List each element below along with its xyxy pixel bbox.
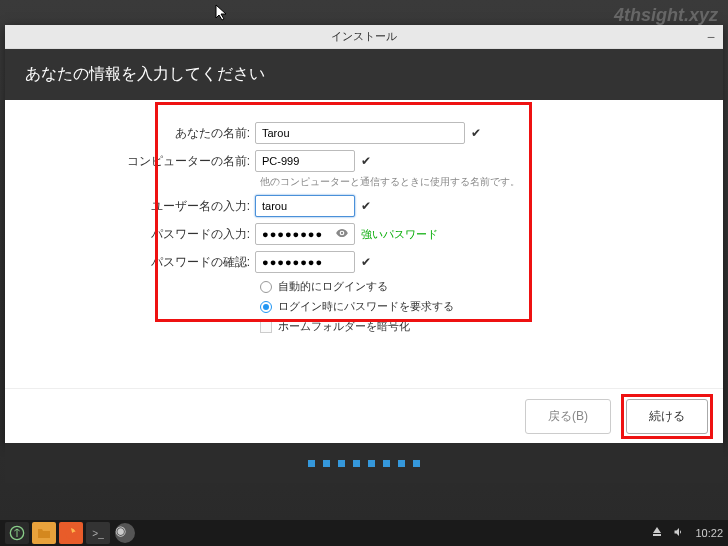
installer-task-icon[interactable]: ◉ [113,522,137,544]
dot [308,460,315,467]
dot [353,460,360,467]
files-icon[interactable] [32,522,56,544]
minimize-button[interactable]: − [707,29,715,45]
eye-icon[interactable] [335,226,349,244]
form-content: あなたの名前: ✔ コンピューターの名前: ✔ 他のコンピューターと通信するとき… [5,100,723,395]
taskbar: >_ ◉ 10:22 [0,520,728,546]
watermark: 4thsight.xyz [614,5,718,26]
volume-icon[interactable] [673,526,685,541]
dot [383,460,390,467]
firefox-icon[interactable] [59,522,83,544]
dot [323,460,330,467]
continue-button[interactable]: 続ける [626,399,708,434]
terminal-icon[interactable]: >_ [86,522,110,544]
clock[interactable]: 10:22 [695,527,723,539]
footer: 戻る(B) 続ける [5,388,723,443]
dot [368,460,375,467]
titlebar[interactable]: インストール − [5,25,723,49]
progress-dots [5,443,723,483]
dot [413,460,420,467]
page-heading: あなたの情報を入力してください [5,49,723,100]
checkbox-icon [260,321,272,333]
highlight-box-continue: 続ける [621,394,713,439]
svg-point-0 [341,232,343,234]
back-button[interactable]: 戻る(B) [525,399,611,434]
dot [338,460,345,467]
menu-button[interactable] [5,522,29,544]
cursor-icon [215,4,229,26]
highlight-box [155,102,532,322]
window-title: インストール [331,29,397,44]
installer-window: インストール − あなたの情報を入力してください あなたの名前: ✔ コンピュー… [5,25,723,443]
svg-point-2 [65,527,77,539]
dot [398,460,405,467]
network-icon[interactable] [651,526,663,541]
